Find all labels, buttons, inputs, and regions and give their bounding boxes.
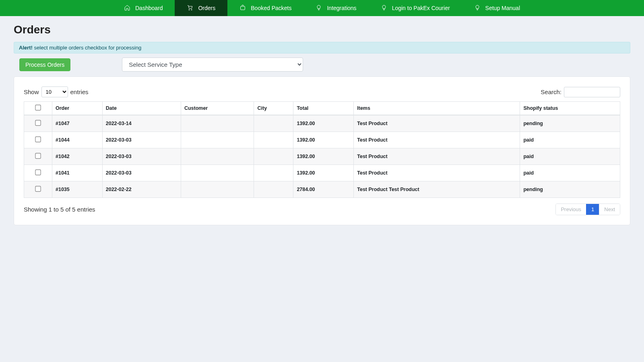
select-all-checkbox[interactable]	[35, 105, 41, 110]
table-info: Showing 1 to 5 of 5 entries	[24, 206, 95, 213]
cell-total: 1392.00	[293, 132, 354, 148]
row-checkbox[interactable]	[35, 120, 41, 125]
cell-order: #1044	[52, 132, 103, 148]
header-customer[interactable]: Customer	[181, 102, 254, 115]
search-control: Search:	[541, 87, 620, 97]
cell-city	[254, 115, 293, 132]
cell-customer	[181, 165, 254, 181]
bulb-icon	[316, 4, 322, 12]
table-row: #10352022-02-222784.00Test Product Test …	[24, 181, 620, 198]
nav-item-orders[interactable]: Orders	[175, 0, 227, 16]
nav-item-label: Booked Packets	[251, 5, 291, 11]
length-control: Show 102550100 entries	[24, 86, 89, 97]
alert-banner: Alert! select multiple orders checkbox f…	[14, 42, 630, 53]
cell-date: 2022-02-22	[102, 181, 181, 198]
svg-rect-2	[241, 6, 245, 10]
cell-city	[254, 165, 293, 181]
svg-point-0	[189, 9, 190, 10]
cell-order: #1047	[52, 115, 103, 132]
table-footer: Showing 1 to 5 of 5 entries Previous1Nex…	[24, 204, 620, 215]
alert-text: select multiple orders checkbox for proc…	[34, 45, 142, 51]
table-row: #10442022-03-031392.00Test Productpaid	[24, 132, 620, 148]
row-checkbox[interactable]	[35, 153, 41, 158]
cell-customer	[181, 148, 254, 165]
cell-items: Test Product	[354, 148, 520, 165]
cell-date: 2022-03-03	[102, 165, 181, 181]
cell-order: #1035	[52, 181, 103, 198]
header-date[interactable]: Date	[102, 102, 181, 115]
orders-card: Show 102550100 entries Search: Order Dat…	[14, 76, 630, 225]
header-total[interactable]: Total	[293, 102, 354, 115]
header-city[interactable]: City	[254, 102, 293, 115]
nav-item-booked-packets[interactable]: Booked Packets	[227, 0, 303, 16]
cell-city	[254, 148, 293, 165]
cell-status: paid	[520, 148, 620, 165]
cell-order: #1042	[52, 148, 103, 165]
row-checkbox-cell	[24, 115, 52, 132]
pagination-next[interactable]: Next	[599, 204, 620, 215]
orders-table: Order Date Customer City Total Items Sho…	[24, 101, 620, 198]
header-items[interactable]: Items	[354, 102, 520, 115]
cell-order: #1041	[52, 165, 103, 181]
action-row: Process Orders Select Service Type	[14, 58, 630, 72]
row-checkbox-cell	[24, 148, 52, 165]
nav-item-label: Orders	[198, 5, 215, 11]
bulb-icon	[381, 4, 387, 12]
process-orders-button[interactable]: Process Orders	[19, 58, 70, 71]
pagination-previous[interactable]: Previous	[556, 204, 586, 215]
nav-item-setup-manual[interactable]: Setup Manual	[462, 0, 532, 16]
row-checkbox-cell	[24, 132, 52, 148]
cell-date: 2022-03-03	[102, 132, 181, 148]
table-row: #10422022-03-031392.00Test Productpaid	[24, 148, 620, 165]
nav-item-login-to-pakex-courier[interactable]: Login to PakEx Courier	[369, 0, 462, 16]
cell-customer	[181, 132, 254, 148]
nav-item-label: Login to PakEx Courier	[392, 5, 450, 11]
row-checkbox[interactable]	[35, 186, 41, 191]
nav-item-label: Integrations	[327, 5, 356, 11]
nav-item-dashboard[interactable]: Dashboard	[112, 0, 175, 16]
row-checkbox[interactable]	[35, 169, 41, 175]
bag-icon	[239, 4, 246, 12]
svg-point-1	[191, 9, 192, 10]
search-input[interactable]	[564, 87, 620, 97]
page-title: Orders	[14, 23, 630, 36]
nav-item-integrations[interactable]: Integrations	[303, 0, 368, 16]
pagination: Previous1Next	[555, 204, 620, 215]
alert-strong: Alert!	[19, 45, 33, 51]
service-type-select[interactable]: Select Service Type	[122, 58, 303, 72]
table-row: #10472022-03-141392.00Test Productpendin…	[24, 115, 620, 132]
length-suffix: entries	[70, 88, 89, 95]
cell-items: Test Product	[354, 165, 520, 181]
cell-status: pending	[520, 115, 620, 132]
length-select[interactable]: 102550100	[41, 86, 68, 97]
cell-items: Test Product	[354, 115, 520, 132]
row-checkbox[interactable]	[35, 136, 41, 142]
cell-city	[254, 132, 293, 148]
home-icon	[124, 4, 130, 12]
row-checkbox-cell	[24, 165, 52, 181]
cell-total: 1392.00	[293, 148, 354, 165]
table-controls: Show 102550100 entries Search:	[24, 86, 620, 97]
cell-customer	[181, 181, 254, 198]
header-checkbox-col	[24, 102, 52, 115]
cell-date: 2022-03-03	[102, 148, 181, 165]
cell-total: 1392.00	[293, 165, 354, 181]
cell-status: paid	[520, 165, 620, 181]
cell-city	[254, 181, 293, 198]
cell-items: Test Product	[354, 132, 520, 148]
header-order[interactable]: Order	[52, 102, 103, 115]
header-status[interactable]: Shopify status	[520, 102, 620, 115]
nav-item-label: Setup Manual	[485, 5, 520, 11]
table-row: #10412022-03-031392.00Test Productpaid	[24, 165, 620, 181]
top-nav: DashboardOrdersBooked PacketsIntegration…	[0, 0, 644, 16]
nav-item-label: Dashboard	[135, 5, 163, 11]
cell-total: 1392.00	[293, 115, 354, 132]
pagination-page-1[interactable]: 1	[586, 204, 599, 215]
bulb-icon	[474, 4, 481, 12]
cell-items: Test Product Test Product	[354, 181, 520, 198]
page-content: Orders Alert! select multiple orders che…	[0, 16, 644, 232]
cell-status: pending	[520, 181, 620, 198]
row-checkbox-cell	[24, 181, 52, 198]
cell-date: 2022-03-14	[102, 115, 181, 132]
cart-icon	[187, 4, 193, 12]
